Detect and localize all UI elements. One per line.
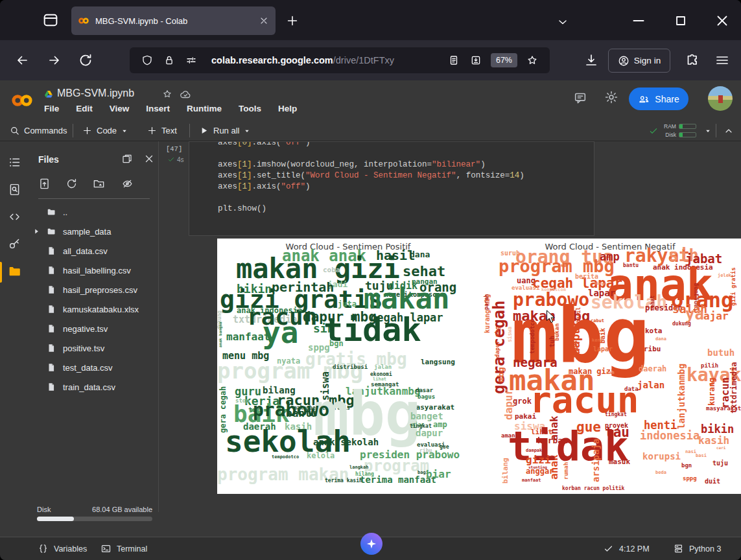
colab-logo[interactable] (8, 89, 36, 112)
cloud-word: langkah (349, 465, 369, 470)
star-notebook-icon[interactable] (162, 89, 172, 99)
menu-runtime[interactable]: Runtime (187, 104, 222, 113)
folder-item[interactable]: sample_data (29, 222, 158, 241)
upload-file-icon[interactable] (38, 178, 51, 190)
tab-list-chevron-icon[interactable] (556, 16, 569, 29)
commands-button[interactable]: Commands (9, 121, 67, 141)
collapse-toolbar-icon[interactable] (723, 126, 734, 136)
menu-tools[interactable]: Tools (239, 104, 261, 113)
file-item[interactable]: train_data.csv (29, 377, 158, 397)
gemini-assistant-button[interactable] (360, 533, 382, 555)
cloud-word: makan (364, 285, 449, 312)
variables-button[interactable]: Variables (38, 537, 87, 560)
server-icon (673, 543, 684, 554)
new-tab-button[interactable] (285, 14, 300, 28)
window-close-button[interactable] (714, 12, 731, 29)
share-button[interactable]: Share (629, 88, 688, 110)
runtime-menu-caret-icon[interactable] (704, 127, 712, 135)
file-label: all_data.csv (63, 246, 108, 256)
file-label: sample_data (63, 227, 111, 237)
cloud-word: stop (235, 398, 250, 404)
notebook-title[interactable]: MBG-SVM.ipynb (57, 88, 134, 99)
tracking-shield-icon[interactable] (141, 54, 153, 66)
files-folder-icon[interactable] (8, 264, 21, 278)
find-replace-icon[interactable] (8, 183, 21, 196)
caret-down-icon[interactable] (121, 127, 128, 135)
menu-edit[interactable]: Edit (76, 104, 93, 113)
cloud-word: cari (716, 446, 725, 450)
execution-time: 4s (177, 156, 184, 163)
menu-insert[interactable]: Insert (146, 104, 170, 113)
mouse-cursor (546, 310, 556, 324)
url-bar[interactable]: colab.research.google.com/drive/1DtFTxy … (130, 47, 550, 73)
file-item[interactable]: all_data.csv (29, 241, 158, 261)
cloud-word: racun (720, 377, 730, 408)
cloud-word: korban racun politik (562, 486, 624, 491)
menu-file[interactable]: File (44, 104, 59, 113)
forward-button[interactable] (47, 52, 62, 68)
settings-gear-icon[interactable] (604, 90, 618, 104)
permissions-icon[interactable] (185, 54, 197, 66)
cloud-word: sehat (403, 265, 445, 279)
file-label: .. (63, 207, 67, 217)
url-text[interactable]: colab.research.google.com/drive/1DtFTxy (211, 55, 443, 65)
run-all-button[interactable]: Run all (198, 121, 251, 141)
reload-button[interactable] (78, 52, 93, 68)
file-item[interactable]: test_data.csv (29, 358, 158, 377)
browser-tab[interactable]: MBG-SVM.ipynb - Colab (71, 6, 276, 35)
mount-drive-icon[interactable] (93, 178, 105, 190)
firefox-view-icon[interactable] (41, 11, 60, 29)
file-item[interactable]: negative.tsv (29, 319, 158, 338)
lock-icon[interactable] (163, 54, 175, 66)
tab-close-icon[interactable] (259, 16, 269, 26)
file-icon (46, 324, 56, 333)
file-item[interactable]: hasil_labelling.csv (29, 261, 158, 280)
execution-status: 4s (167, 156, 184, 163)
cloud-word: beda (655, 471, 666, 475)
content-area: Files ..sample_dataall_data.csvhasil_lab… (0, 141, 741, 537)
file-label: kamuskatabaku.xlsx (63, 305, 139, 314)
resource-monitor[interactable]: RAM Disk (664, 122, 696, 139)
avatar[interactable] (708, 86, 733, 111)
reader-mode-icon[interactable] (448, 54, 460, 66)
browser-navbar: colab.research.google.com/drive/1DtFTxy … (0, 40, 741, 80)
file-item[interactable]: kamuskatabaku.xlsx (29, 299, 158, 319)
menu-help[interactable]: Help (278, 104, 297, 113)
downloads-icon[interactable] (583, 52, 599, 68)
files-panel: Files ..sample_dataall_data.csvhasil_lab… (29, 141, 159, 512)
close-panel-icon[interactable] (143, 153, 155, 165)
code-snippets-icon[interactable] (8, 210, 21, 224)
bookmark-star-icon[interactable] (526, 54, 538, 66)
open-in-tab-icon[interactable] (121, 153, 133, 165)
folder-item[interactable]: .. (29, 202, 158, 222)
cloud-word: ajar (703, 311, 729, 321)
file-item[interactable]: hasil_preproses.csv (29, 280, 158, 299)
code-line: axes[1].set_title("Word Cloud - Sentimen… (218, 170, 524, 181)
cloud-word: nasi (685, 450, 696, 454)
extensions-icon[interactable] (685, 52, 700, 68)
cloud-word: terima manfaat (360, 476, 436, 484)
expand-caret-icon[interactable] (32, 227, 41, 236)
window-minimize-button[interactable] (630, 12, 647, 29)
sign-in-button[interactable]: Sign in (608, 49, 670, 73)
cloud-word: jalan (374, 364, 392, 370)
secrets-key-icon[interactable] (8, 237, 21, 251)
add-text-button[interactable]: Text (147, 121, 177, 141)
window-maximize-button[interactable] (672, 12, 689, 29)
caret-down-icon[interactable] (243, 127, 251, 135)
zoom-level-chip[interactable]: 67% (491, 53, 517, 67)
table-of-contents-icon[interactable] (8, 156, 21, 169)
code-editor[interactable]: axes[0].axis("off") axes[1].imshow(wordc… (218, 141, 524, 215)
hidden-files-icon[interactable] (121, 178, 134, 190)
back-button[interactable] (14, 52, 30, 68)
hamburger-menu-icon[interactable] (714, 52, 730, 68)
runtime-type[interactable]: Python 3 (673, 537, 721, 560)
code-cell[interactable]: axes[0].axis("off") axes[1].imshow(wordc… (189, 141, 594, 236)
terminal-button[interactable]: Terminal (100, 537, 147, 560)
save-page-icon[interactable] (470, 54, 482, 66)
menu-view[interactable]: View (110, 104, 130, 113)
refresh-files-icon[interactable] (65, 178, 78, 190)
file-item[interactable]: positive.tsv (29, 338, 158, 358)
comment-icon[interactable] (573, 91, 587, 105)
add-code-button[interactable]: Code (82, 121, 128, 141)
